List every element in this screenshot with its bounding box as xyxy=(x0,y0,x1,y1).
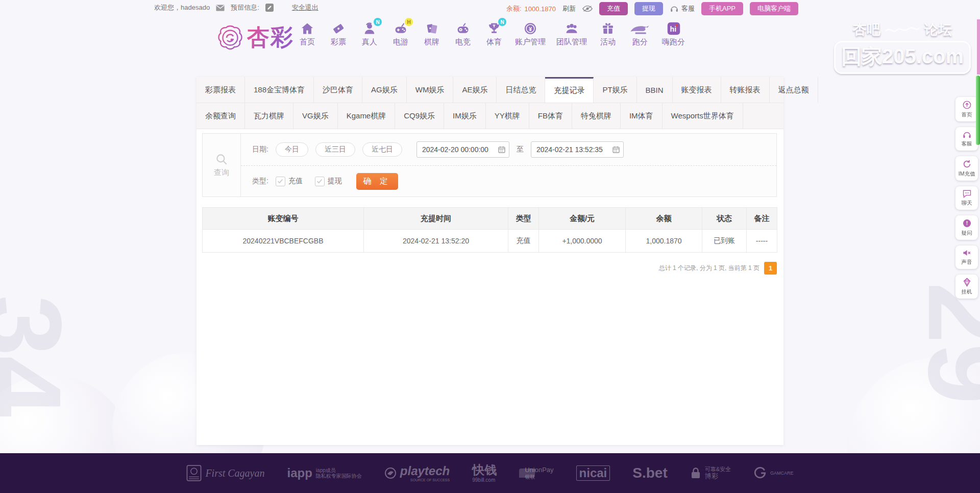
tab-fb-sports[interactable]: FB体育 xyxy=(529,103,572,129)
tab-account-change-report[interactable]: 账变报表 xyxy=(673,77,721,103)
tab-yy-chess[interactable]: YY棋牌 xyxy=(486,103,529,129)
sidebar-item-home[interactable]: 首页 xyxy=(955,97,978,121)
tab-188-sports[interactable]: 188金宝博体育 xyxy=(245,77,314,103)
svg-text:hi: hi xyxy=(670,25,676,33)
sidebar-label: 声音 xyxy=(962,258,972,265)
nav-paofen[interactable]: 跑分 xyxy=(629,21,651,47)
edit-icon[interactable] xyxy=(265,4,274,12)
eye-off-icon[interactable] xyxy=(582,5,593,12)
tab-kgame[interactable]: Kgame棋牌 xyxy=(338,103,396,129)
type-deposit-checkbox[interactable]: 充值 xyxy=(276,177,303,186)
sidebar-item-service[interactable]: 客服 xyxy=(955,127,978,151)
floating-sidebar: 首页 客服 IM充值 聊天 ! 疑问 声音 挂机 xyxy=(955,97,978,299)
tab-bbin[interactable]: BBIN xyxy=(637,77,673,103)
tab-ae[interactable]: AE娱乐 xyxy=(453,77,497,103)
footer-logo-text: 可靠&安全 xyxy=(705,466,731,473)
calendar-icon[interactable] xyxy=(498,145,506,154)
nav-promos[interactable]: 活动 xyxy=(598,21,618,47)
query-label: 查询 xyxy=(214,168,229,178)
date-from-input[interactable] xyxy=(421,145,495,154)
col-transaction-id: 账变编号 xyxy=(203,208,364,230)
nav-home[interactable]: 首页 xyxy=(297,21,317,47)
reserved-info-label: 预留信息: xyxy=(231,3,259,12)
pagination-summary: 总计 1 个记录, 分为 1 页, 当前第 1 页 xyxy=(659,264,760,273)
calendar-icon[interactable] xyxy=(612,145,620,154)
nav-egames[interactable]: H 电游 xyxy=(390,21,411,47)
footer-logo-gamcare: GAMCARE xyxy=(753,466,794,480)
tab-tetu-chess[interactable]: 特兔棋牌 xyxy=(572,103,621,129)
nav-lottery[interactable]: 彩票 xyxy=(328,21,349,47)
type-withdraw-checkbox[interactable]: 提现 xyxy=(315,177,342,186)
tab-balance-query[interactable]: 余额查询 xyxy=(197,103,245,129)
tab-cq9[interactable]: CQ9娱乐 xyxy=(395,103,444,129)
tab-im-casino[interactable]: IM娱乐 xyxy=(444,103,486,129)
date-to-input[interactable] xyxy=(535,145,609,154)
col-time: 充提时间 xyxy=(364,208,508,230)
tab-im-sports[interactable]: IM体育 xyxy=(621,103,663,129)
question-icon: ! xyxy=(962,218,972,228)
nav-account[interactable]: ¥ 账户管理 xyxy=(515,21,546,47)
scrollbar-track[interactable] xyxy=(977,19,980,75)
sidebar-label: 聊天 xyxy=(962,199,972,206)
gamcare-icon xyxy=(753,466,767,480)
tab-pt[interactable]: PT娱乐 xyxy=(594,77,636,103)
nav-sports[interactable]: N 体育 xyxy=(484,21,504,47)
deposit-button[interactable]: 充值 xyxy=(599,2,628,15)
nav-esports[interactable]: 电竞 xyxy=(453,21,473,47)
coin-icon: ¥ xyxy=(523,21,537,36)
quick-7days-button[interactable]: 近七日 xyxy=(362,142,402,157)
sidebar-item-sound[interactable]: 声音 xyxy=(955,245,978,269)
headset-icon xyxy=(670,5,679,13)
table-header-row: 账变编号 充提时间 类型 金额/元 余额 状态 备注 xyxy=(203,208,777,230)
sidebar-label: IM充值 xyxy=(959,170,975,177)
mail-icon[interactable] xyxy=(216,5,225,11)
tab-vg[interactable]: VG娱乐 xyxy=(293,103,338,129)
filter-date-row: 日期: 今日 近三日 近七日 至 xyxy=(241,134,776,166)
logout-link[interactable]: 安全退出 xyxy=(292,3,318,12)
back-to-top-icon xyxy=(962,100,972,110)
pc-client-button[interactable]: 电脑客户端 xyxy=(750,2,798,15)
tab-wali-chess[interactable]: 瓦力棋牌 xyxy=(245,103,293,129)
withdraw-button[interactable]: 提现 xyxy=(634,2,663,15)
footer-logo-text: S.bet xyxy=(632,465,667,481)
balance-label: 余额: xyxy=(506,4,522,13)
confirm-button[interactable]: 确 定 xyxy=(356,173,398,190)
tab-wesports[interactable]: Wesports世界体育 xyxy=(663,103,743,129)
sidebar-label: 疑问 xyxy=(962,229,972,236)
filter-main: 日期: 今日 近三日 近七日 至 类型: xyxy=(241,134,776,196)
nav-live[interactable]: N 真人 xyxy=(359,21,380,47)
service-label[interactable]: 客服 xyxy=(681,4,695,13)
quick-today-button[interactable]: 今日 xyxy=(276,142,308,157)
brand-logo[interactable]: 杏彩 xyxy=(216,22,294,53)
tab-rebate-total[interactable]: 返点总额 xyxy=(770,77,818,103)
filter-box: 查询 日期: 今日 近三日 近七日 至 xyxy=(202,133,777,197)
sidebar-item-im-recharge[interactable]: IM充值 xyxy=(955,156,978,181)
page-1-button[interactable]: 1 xyxy=(764,262,777,275)
tab-lottery-report[interactable]: 彩票报表 xyxy=(197,77,245,103)
main-panel: 彩票报表 188金宝博体育 沙巴体育 AG娱乐 WM娱乐 AE娱乐 日结总览 充… xyxy=(197,77,783,445)
cell-time: 2024-02-21 13:52:20 xyxy=(364,230,508,253)
tab-ag[interactable]: AG娱乐 xyxy=(362,77,407,103)
nav-team[interactable]: 团队管理 xyxy=(556,21,587,47)
esports-icon xyxy=(455,21,471,36)
page: 34 29 欢迎您，hadesado 预留信息: 安全退出 余额: 1000.1… xyxy=(0,0,980,493)
sidebar-item-question[interactable]: ! 疑问 xyxy=(955,215,978,240)
tab-wm[interactable]: WM娱乐 xyxy=(407,77,454,103)
tab-saba-sports[interactable]: 沙巴体育 xyxy=(314,77,362,103)
sidebar-item-chat[interactable]: 聊天 xyxy=(955,186,978,210)
nav-chess[interactable]: 棋牌 xyxy=(422,21,442,47)
scrollbar-thumb[interactable] xyxy=(976,76,980,145)
refresh-link[interactable]: 刷新 xyxy=(562,4,576,13)
nav-label: 彩票 xyxy=(331,37,346,47)
tab-transfer-report[interactable]: 转账报表 xyxy=(721,77,770,103)
mobile-app-button[interactable]: 手机APP xyxy=(701,2,743,15)
type-deposit-label: 充值 xyxy=(288,177,303,186)
badge-n: N xyxy=(498,18,506,26)
tab-deposit-withdraw-records[interactable]: 充提记录 xyxy=(545,77,594,103)
svg-text:!: ! xyxy=(966,220,967,226)
sidebar-item-idle[interactable]: 挂机 xyxy=(955,275,978,299)
tab-daily-summary[interactable]: 日结总览 xyxy=(497,77,545,103)
nav-hipaofen[interactable]: hi 嗨跑分 xyxy=(662,21,685,47)
recharge-refresh-icon xyxy=(962,159,972,169)
quick-3days-button[interactable]: 近三日 xyxy=(315,142,355,157)
